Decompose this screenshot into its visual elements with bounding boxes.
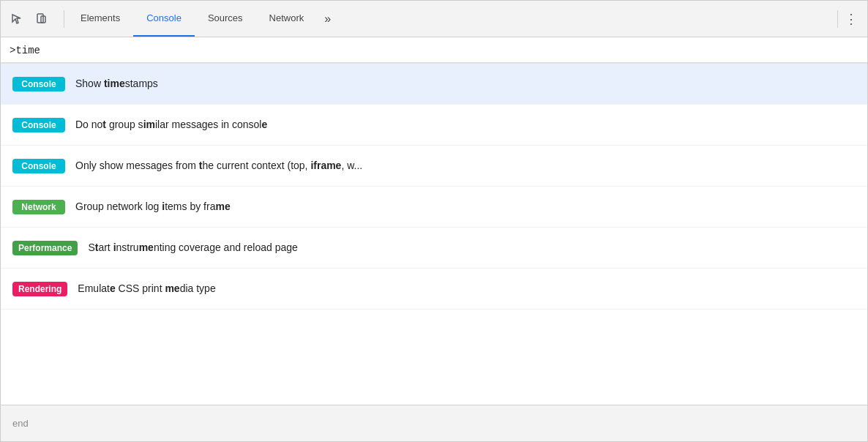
suggestion-text: Start instrumenting coverage and reload … [88, 241, 297, 255]
bottom-bar: end [1, 405, 867, 441]
inspect-element-button[interactable] [7, 9, 27, 29]
menu-button[interactable]: ⋮ [841, 9, 861, 29]
svg-rect-0 [37, 14, 43, 23]
bottom-text: end [12, 418, 29, 429]
suggestion-badge-console: Console [12, 77, 65, 91]
device-icon [35, 12, 48, 26]
suggestion-badge-rendering: Rendering [12, 282, 67, 296]
toolbar-icon-group [7, 9, 52, 29]
suggestion-item[interactable]: ConsoleDo not group similar messages in … [1, 105, 867, 146]
toolbar: Elements Console Sources Network » ⋮ [1, 1, 867, 37]
toolbar-right: ⋮ [834, 9, 861, 29]
tab-elements[interactable]: Elements [67, 1, 133, 37]
devtools-window: Elements Console Sources Network » ⋮ Con… [0, 0, 868, 442]
suggestion-item[interactable]: ConsoleOnly show messages from the curre… [1, 146, 867, 187]
device-toolbar-button[interactable] [31, 9, 52, 29]
suggestion-text: Only show messages from the current cont… [75, 159, 362, 173]
suggestion-badge-console: Console [12, 159, 65, 173]
tab-sources[interactable]: Sources [195, 1, 256, 37]
search-bar [1, 37, 867, 63]
suggestion-item[interactable]: PerformanceStart instrumenting coverage … [1, 228, 867, 269]
toolbar-divider-right [837, 10, 838, 28]
tab-network[interactable]: Network [256, 1, 318, 37]
suggestion-text: Group network log items by frame [75, 200, 231, 214]
toolbar-tabs: Elements Console Sources Network » [67, 1, 834, 37]
tab-console[interactable]: Console [133, 1, 195, 37]
suggestion-badge-network: Network [12, 200, 65, 214]
suggestion-badge-performance: Performance [12, 241, 78, 255]
suggestion-item[interactable]: ConsoleShow timestamps [1, 64, 867, 105]
suggestion-badge-console: Console [12, 118, 65, 132]
cursor-icon [10, 12, 23, 26]
toolbar-divider [64, 10, 64, 28]
more-tabs-button[interactable]: » [317, 1, 338, 37]
suggestion-text: Show timestamps [75, 77, 158, 91]
suggestions-list: ConsoleShow timestampsConsoleDo not grou… [1, 63, 867, 405]
suggestion-text: Do not group similar messages in console [75, 118, 267, 132]
search-input[interactable] [10, 45, 858, 56]
suggestion-item[interactable]: RenderingEmulate CSS print media type [1, 269, 867, 310]
suggestion-item[interactable]: NetworkGroup network log items by frame [1, 187, 867, 228]
suggestion-text: Emulate CSS print media type [78, 282, 215, 296]
